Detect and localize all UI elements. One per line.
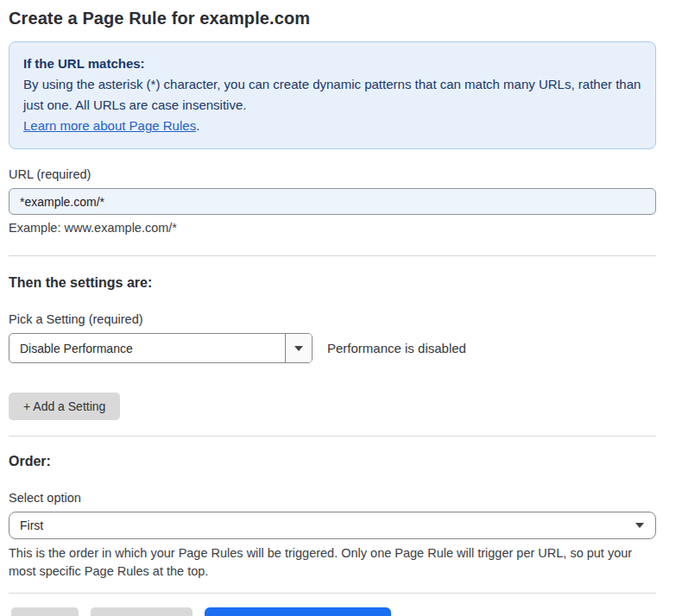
order-select-label: Select option: [9, 491, 656, 505]
order-select-value: First: [20, 519, 43, 532]
url-field-label: URL (required): [9, 167, 656, 181]
setting-dropdown-arrow-button[interactable]: [285, 334, 312, 362]
info-box-body: By using the asterisk (*) character, you…: [23, 74, 641, 116]
setting-status-text: Performance is disabled: [327, 341, 466, 355]
link-suffix: .: [196, 118, 199, 133]
setting-dropdown-value: Disable Performance: [9, 334, 285, 362]
url-input[interactable]: [9, 188, 656, 215]
caret-down-icon: [635, 523, 644, 528]
save-as-draft-button[interactable]: Save as Draft: [91, 607, 193, 616]
learn-more-link[interactable]: Learn more about Page Rules: [23, 118, 196, 133]
url-example-helper: Example: www.example.com/*: [9, 221, 656, 235]
form-actions: Cancel Save as Draft Save and Deploy Pag…: [11, 607, 656, 616]
page-title: Create a Page Rule for example.com: [9, 9, 656, 28]
create-page-rule-form: Create a Page Rule for example.com If th…: [9, 9, 656, 616]
setting-row: Disable Performance Performance is disab…: [9, 333, 656, 363]
setting-dropdown[interactable]: Disable Performance: [9, 333, 313, 363]
cancel-button[interactable]: Cancel: [11, 607, 79, 616]
order-section-heading: Order:: [9, 454, 656, 469]
info-box-link-line: Learn more about Page Rules.: [23, 116, 641, 136]
info-box-heading: If the URL matches:: [23, 53, 641, 74]
divider: [9, 255, 656, 256]
add-setting-button[interactable]: + Add a Setting: [9, 393, 120, 420]
order-helper-text: This is the order in which your Page Rul…: [9, 544, 647, 581]
caret-down-icon: [294, 346, 303, 351]
settings-section-heading: Then the settings are:: [9, 275, 656, 291]
order-select[interactable]: First: [9, 512, 656, 539]
divider: [9, 436, 656, 437]
url-match-info-box: If the URL matches: By using the asteris…: [9, 41, 656, 149]
divider: [9, 593, 656, 594]
pick-setting-label: Pick a Setting (required): [9, 312, 656, 326]
save-and-deploy-button[interactable]: Save and Deploy Page Rule: [205, 607, 391, 616]
